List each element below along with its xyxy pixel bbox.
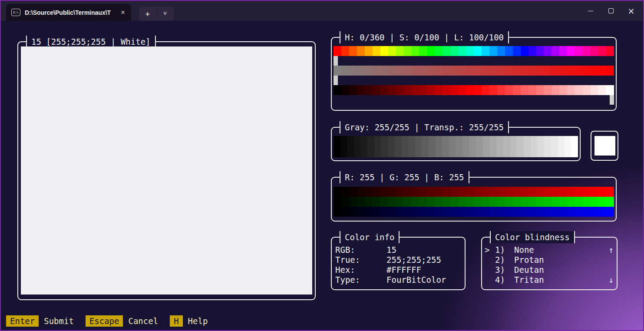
- blue-slider[interactable]: [334, 207, 614, 217]
- info-value: FourBitColor: [386, 275, 463, 285]
- scroll-down-icon[interactable]: ↓: [609, 275, 614, 285]
- gray-title: Gray: 255/255 | Transp.: 255/255: [340, 121, 509, 133]
- item-number: 2): [495, 255, 514, 265]
- tab-dropdown-button[interactable]: ˅: [157, 7, 174, 21]
- lightness-slider[interactable]: [334, 85, 614, 95]
- current-color-swatch: [594, 136, 615, 156]
- hue-slider-handle[interactable]: [334, 56, 338, 66]
- cancel-label: Cancel: [128, 315, 158, 327]
- item-number: 4): [495, 275, 514, 285]
- current-color-box: [591, 131, 618, 161]
- saturation-slider[interactable]: [334, 66, 614, 76]
- rgb-title: R: 255 | G: 255 | B: 255: [340, 171, 469, 183]
- item-number: 1): [495, 245, 514, 255]
- hsl-title: H: 0/360 | S: 0/100 | L: 100/100: [340, 31, 509, 43]
- terminal-content: 15 [255;255;255 | White] H: 0/360 | S: 0…: [1, 21, 643, 330]
- info-row-type: Type: FourBitColor: [335, 275, 463, 285]
- maximize-button[interactable]: [601, 1, 621, 21]
- color-info-title: Color info: [340, 231, 400, 243]
- item-label: Deutan: [514, 265, 604, 275]
- command-prompt-icon: C:\: [11, 9, 20, 16]
- list-item-protan[interactable]: 2) Protan: [485, 255, 604, 265]
- escape-key-badge: Escape: [86, 315, 123, 327]
- title-bar: C:\ D:\Source\Public\Terminaux\T × + ˅ ×: [1, 1, 643, 21]
- gray-slider[interactable]: [334, 136, 578, 157]
- color-preview-title: 15 [255;255;255 | White]: [26, 36, 156, 48]
- info-value: 255;255;255: [386, 255, 463, 265]
- info-row-hex: Hex: #FFFFFF: [335, 265, 463, 275]
- color-blindness-box: Color blindness > 1) None 2) Protan 3) D…: [481, 237, 618, 290]
- new-tab-button[interactable]: +: [139, 7, 156, 21]
- color-info-rows: RGB: 15 True: 255;255;255 Hex: #FFFFFF T…: [335, 245, 463, 285]
- list-item-none[interactable]: > 1) None: [485, 245, 604, 255]
- color-preview-swatch: [21, 46, 312, 295]
- info-label: Hex:: [335, 265, 386, 275]
- saturation-slider-handle[interactable]: [334, 76, 338, 85]
- selection-marker: [485, 275, 495, 285]
- hsl-slider-stack: [334, 46, 614, 105]
- info-label: Type:: [335, 275, 386, 285]
- info-label: True:: [335, 255, 386, 265]
- help-label: Help: [188, 315, 208, 327]
- tab-close-icon[interactable]: ×: [120, 9, 126, 16]
- keybindings-bar: Enter Submit Escape Cancel H Help: [6, 315, 208, 327]
- selection-marker: >: [485, 245, 495, 255]
- minimize-button[interactable]: [580, 1, 601, 21]
- hue-slider[interactable]: [334, 46, 614, 56]
- close-button[interactable]: ×: [621, 1, 641, 21]
- tab-button-group: + ˅: [139, 7, 174, 21]
- selection-marker: [485, 255, 495, 265]
- color-blindness-list: > 1) None 2) Protan 3) Deutan 4): [485, 245, 604, 285]
- info-label: RGB:: [335, 245, 386, 255]
- red-slider[interactable]: [334, 187, 614, 197]
- item-label: Protan: [514, 255, 604, 265]
- rgb-slider-stack: [334, 187, 614, 217]
- green-slider[interactable]: [334, 197, 614, 207]
- color-blindness-title: Color blindness: [490, 231, 575, 243]
- window-controls: ×: [580, 1, 641, 21]
- info-value: #FFFFFF: [386, 265, 463, 275]
- keybinding-enter: Enter Submit: [6, 315, 74, 327]
- lightness-slider-handle[interactable]: [610, 95, 614, 105]
- info-value: 15: [386, 245, 463, 255]
- info-row-true: True: 255;255;255: [335, 255, 463, 265]
- keybinding-help: H Help: [170, 315, 208, 327]
- selection-marker: [485, 265, 495, 275]
- maximize-icon: [608, 8, 614, 13]
- terminal-window: C:\ D:\Source\Public\Terminaux\T × + ˅ ×…: [0, 0, 644, 331]
- submit-label: Submit: [44, 315, 74, 327]
- keybinding-escape: Escape Cancel: [86, 315, 158, 327]
- hsl-sliders-box: H: 0/360 | S: 0/100 | L: 100/100: [331, 37, 617, 111]
- scroll-up-icon[interactable]: ↑: [609, 245, 614, 255]
- rgb-sliders-box: R: 255 | G: 255 | B: 255: [331, 177, 617, 222]
- minimize-icon: [588, 11, 593, 11]
- item-label: Tritan: [514, 275, 604, 285]
- item-number: 3): [495, 265, 514, 275]
- color-info-box: Color info RGB: 15 True: 255;255;255 Hex…: [331, 237, 466, 290]
- tab-title: D:\Source\Public\Terminaux\T: [25, 9, 116, 16]
- enter-key-badge: Enter: [6, 315, 39, 327]
- list-item-deutan[interactable]: 3) Deutan: [485, 265, 604, 275]
- gray-transparency-box: Gray: 255/255 | Transp.: 255/255: [331, 127, 581, 161]
- terminal-tab[interactable]: C:\ D:\Source\Public\Terminaux\T ×: [6, 4, 131, 21]
- info-row-rgb: RGB: 15: [335, 245, 463, 255]
- list-item-tritan[interactable]: 4) Tritan: [485, 275, 604, 285]
- color-preview-box: 15 [255;255;255 | White]: [17, 41, 316, 300]
- item-label: None: [514, 245, 604, 255]
- help-key-badge: H: [170, 315, 182, 327]
